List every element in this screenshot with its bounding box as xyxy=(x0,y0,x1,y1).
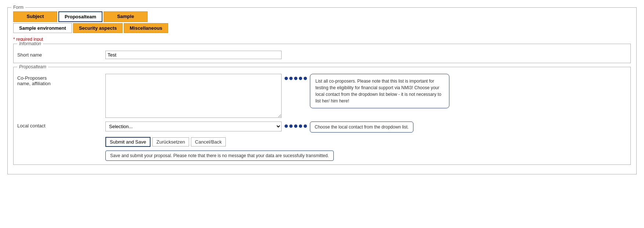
short-name-label: Short name xyxy=(17,51,105,58)
local-contact-label: Local contact xyxy=(17,122,105,129)
tab-miscellaneous[interactable]: Miscellaneous xyxy=(124,23,168,33)
coproposers-textarea[interactable] xyxy=(105,74,282,118)
reset-button[interactable]: Zurücksetzen xyxy=(152,137,189,146)
buttons-row: Submit and Save Zurücksetzen Cancel/Back xyxy=(105,137,627,147)
information-section: Information Short name xyxy=(13,44,631,63)
coproposers-row: Co-Proposersname, affiliation List all c… xyxy=(17,74,627,118)
short-name-field xyxy=(105,51,627,59)
tab-proposalteam[interactable]: Proposalteam xyxy=(58,11,102,22)
local-contact-select[interactable]: Selection... xyxy=(105,122,282,131)
information-legend: Information xyxy=(17,41,43,46)
proposalteam-legend: Proposalteam xyxy=(17,64,48,69)
tab-security-aspects[interactable]: Security aspects xyxy=(73,23,123,33)
short-name-row: Short name xyxy=(17,51,627,59)
local-contact-tooltip: Choose the local contact from the dropdo… xyxy=(310,122,413,133)
cancel-back-button[interactable]: Cancel/Back xyxy=(191,137,226,146)
tabs-row-1: Subject Proposalteam Sample xyxy=(13,11,631,22)
form-legend: Form xyxy=(11,5,25,10)
tab-sample[interactable]: Sample xyxy=(104,11,148,22)
coproposers-dots xyxy=(285,74,307,80)
proposalteam-section: Proposalteam Co-Proposersname, affiliati… xyxy=(13,67,631,165)
tab-subject[interactable]: Subject xyxy=(13,11,57,22)
local-contact-field-area: Selection... Choose the local contact fr… xyxy=(105,122,627,133)
coproposers-tooltip: List all co-proposers. Please note that … xyxy=(310,74,449,108)
tabs-row-2: Sample environment Security aspects Misc… xyxy=(13,23,631,33)
local-contact-dots xyxy=(285,122,307,128)
short-name-input[interactable] xyxy=(105,51,282,59)
local-contact-row: Local contact Selection... Choose the lo… xyxy=(17,122,627,133)
required-note: * required input xyxy=(13,37,631,42)
tab-sample-environment[interactable]: Sample environment xyxy=(13,23,72,33)
coproposers-field-area: List all co-proposers. Please note that … xyxy=(105,74,627,118)
save-note: Save and submit your proposal. Please no… xyxy=(105,151,334,161)
submit-save-button[interactable]: Submit and Save xyxy=(105,137,151,147)
form-container: Form Subject Proposalteam Sample Sample … xyxy=(7,7,637,174)
coproposers-label: Co-Proposersname, affiliation xyxy=(17,74,105,86)
